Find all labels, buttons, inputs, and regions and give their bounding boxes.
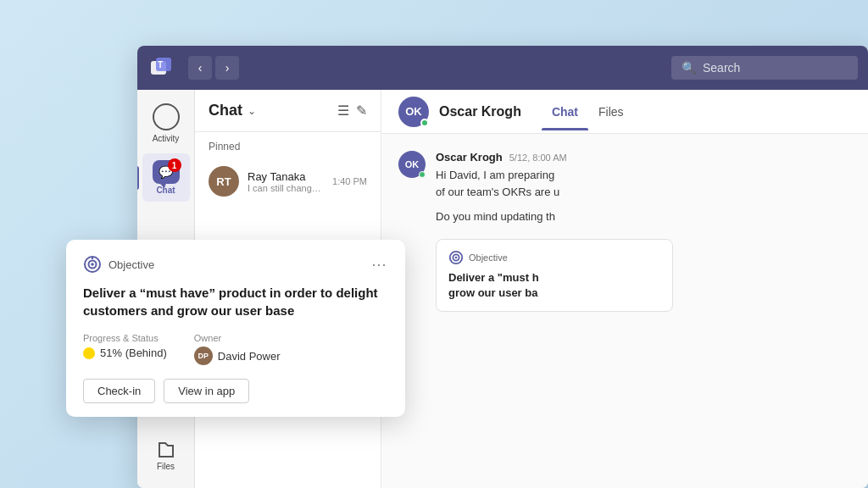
chat-chevron-icon: ⌄ (248, 105, 256, 117)
title-bar: T ‹ › 🔍 Search (137, 46, 868, 90)
chat-obj-header: Objective (448, 250, 660, 265)
svg-point-5 (455, 256, 458, 258)
progress-section: Progress & Status 51% (Behind) (83, 333, 167, 365)
oscar-msg-content: Oscar Krogh 5/12, 8:00 AM Hi David, I am… (436, 151, 851, 225)
floating-card-header: Objective ⋯ (83, 255, 388, 274)
pinned-label: Pinned (195, 132, 381, 158)
owner-section: Owner DP David Power (194, 333, 281, 365)
ray-time: 1:40 PM (332, 176, 367, 186)
conversation-panel: OK Oscar Krogh Chat Files OK (381, 90, 868, 488)
nav-arrows: ‹ › (188, 56, 239, 80)
tab-chat[interactable]: Chat (542, 93, 588, 130)
chat-icon-container: 💬 1 (153, 160, 180, 184)
tab-files[interactable]: Files (588, 93, 634, 130)
chat-item-ray[interactable]: RT Ray Tanaka I can still change the ini… (195, 158, 381, 205)
contact-initials: OK (405, 105, 422, 118)
compose-icon[interactable]: ✎ (356, 103, 367, 119)
owner-label: Owner (194, 333, 281, 343)
oscar-msg-avatar: OK (398, 151, 426, 178)
messages-area: OK Oscar Krogh 5/12, 8:00 AM Hi David, I… (381, 134, 868, 488)
floating-objective-card: Objective ⋯ Deliver a “must have” produc… (66, 240, 405, 417)
ray-name: Ray Tanaka (248, 170, 324, 183)
partial-text: Do you mind updating th (436, 208, 851, 225)
chat-objective-card: Objective Deliver a "must h grow our use… (436, 239, 673, 312)
oscar-msg-header: Oscar Krogh 5/12, 8:00 AM (436, 151, 851, 164)
oscar-online-dot (419, 171, 426, 178)
obj-header-left: Objective (83, 255, 154, 274)
files-label: Files (157, 462, 175, 471)
oscar-msg-name: Oscar Krogh (436, 151, 503, 164)
more-options-button[interactable]: ⋯ (371, 255, 388, 274)
svg-point-8 (91, 263, 94, 266)
activity-label: Activity (153, 134, 180, 143)
chat-obj-label: Objective (469, 252, 508, 263)
view-in-app-button[interactable]: View in app (164, 379, 249, 403)
forward-button[interactable]: › (215, 56, 239, 80)
owner-value-container: DP David Power (194, 347, 281, 365)
progress-value: 51% (Behind) (100, 347, 167, 359)
progress-label: Progress & Status (83, 333, 167, 343)
activity-icon (153, 103, 180, 130)
objective-card-in-chat: Objective Deliver a "must h grow our use… (436, 239, 851, 312)
back-button[interactable]: ‹ (188, 56, 212, 80)
ray-info: Ray Tanaka I can still change the initia… (248, 170, 324, 193)
contact-avatar: OK (398, 97, 429, 127)
search-bar[interactable]: 🔍 Search (671, 56, 858, 80)
objective-icon-small (448, 250, 464, 265)
conversation-header: OK Oscar Krogh Chat Files (381, 90, 868, 134)
message-oscar: OK Oscar Krogh 5/12, 8:00 AM Hi David, I… (398, 151, 851, 225)
obj-meta: Progress & Status 51% (Behind) Owner DP … (83, 333, 388, 365)
status-dot (83, 347, 95, 359)
obj-header-label: Objective (108, 258, 154, 271)
contact-online-dot (420, 119, 429, 127)
owner-avatar: DP (194, 347, 213, 365)
sidebar-item-activity[interactable]: Activity (142, 97, 190, 150)
oscar-msg-time: 5/12, 8:00 AM (509, 152, 567, 163)
progress-value-container: 51% (Behind) (83, 347, 167, 359)
sidebar-item-files[interactable]: Files (142, 433, 190, 478)
checkin-button[interactable]: Check-in (83, 379, 155, 403)
obj-title: Deliver a “must have” product in order t… (83, 284, 388, 319)
contact-name: Oscar Krogh (439, 104, 521, 119)
oscar-initials: OK (405, 159, 420, 169)
sidebar-item-chat[interactable]: 💬 1 Chat (142, 153, 190, 202)
active-indicator (137, 166, 139, 190)
ray-avatar: RT (209, 166, 239, 197)
card-actions: Check-in View in app (83, 379, 388, 403)
conversation-tabs: Chat Files (542, 93, 634, 130)
objective-icon (83, 255, 102, 274)
teams-logo: T (147, 54, 175, 81)
chat-obj-title: Deliver a "must h grow our user ba (448, 270, 660, 301)
chat-badge: 1 (168, 158, 181, 172)
chat-header-icons: ☰ ✎ (337, 103, 367, 119)
owner-name: David Power (218, 350, 281, 363)
ray-preview: I can still change the initial list afte… (248, 183, 324, 193)
chat-panel-title: Chat (209, 102, 242, 119)
chat-panel-header: Chat ⌄ ☰ ✎ (195, 90, 381, 132)
search-icon: 🔍 (682, 61, 696, 75)
oscar-msg-text: Hi David, I am preparing of our team's O… (436, 167, 851, 200)
filter-icon[interactable]: ☰ (337, 103, 349, 119)
files-icon (156, 440, 176, 460)
search-label: Search (703, 61, 740, 75)
svg-text:T: T (158, 60, 163, 69)
